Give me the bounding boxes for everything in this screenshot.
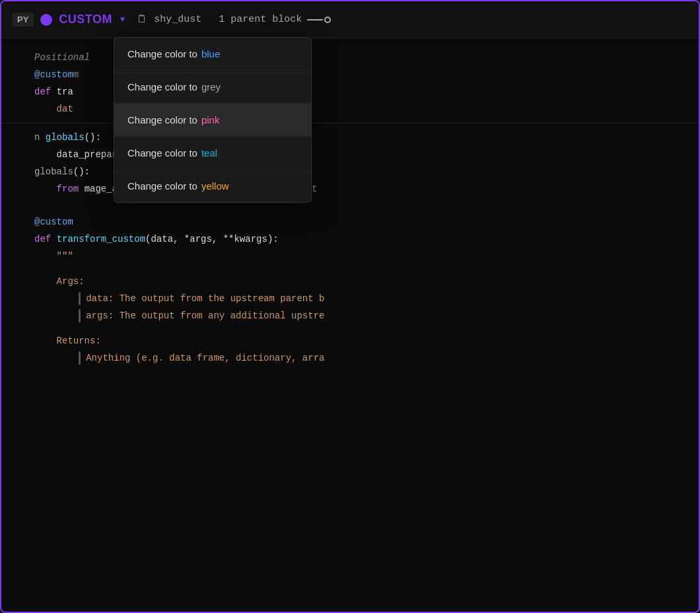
block-name: shy_dust xyxy=(154,14,201,25)
header-bar: PY CUSTOM ▼ 🗒 shy_dust 1 parent block xyxy=(1,1,699,38)
dropdown-arrow-icon[interactable]: ▼ xyxy=(120,15,125,24)
change-color-blue-label: Change color to xyxy=(127,48,197,59)
def-main-content: def transform_custom(data, *args, **kwar… xyxy=(34,231,699,247)
change-color-pink[interactable]: Change color to pink xyxy=(114,104,311,137)
section-divider-1 xyxy=(1,123,699,124)
spacer-3 xyxy=(1,324,699,332)
spacer-2 xyxy=(1,265,699,273)
returns-desc-content: Anything (e.g. data frame, dictionary, a… xyxy=(34,350,699,366)
code-line-globals-1: n globals(): xyxy=(1,129,699,146)
block-color-dot[interactable] xyxy=(40,14,52,26)
code-line-from-import: from mage_ai.data_preparation.decorators… xyxy=(1,180,699,198)
docstring-open-content: """ xyxy=(34,248,699,264)
code-line-args-arg: args: The output from any additional ups… xyxy=(1,307,699,324)
code-area: Positional ction: @customm def tra dat n… xyxy=(1,38,699,377)
args-label-content: Args: xyxy=(34,273,699,289)
change-color-teal-label: Change color to xyxy=(127,147,197,159)
parent-arrow-icon xyxy=(307,17,331,23)
color-dropdown-menu: Change color to blue Change color to gre… xyxy=(114,37,312,203)
code-line-positional: Positional ction: xyxy=(1,49,699,66)
code-line-args-label: Args: xyxy=(1,273,699,290)
teal-color-word: teal xyxy=(201,147,217,159)
code-line-data-arg: data: The output from the upstream paren… xyxy=(1,290,699,307)
change-color-pink-label: Change color to xyxy=(127,114,197,126)
code-line-def-main: def transform_custom(data, *args, **kwar… xyxy=(1,231,699,248)
code-line-decorator-1: @customm xyxy=(1,66,699,83)
code-line-import-1: data_preparation.decorators import xyxy=(1,146,699,163)
change-color-yellow[interactable]: Change color to yellow xyxy=(114,170,311,202)
parent-info: 1 parent block xyxy=(219,14,331,25)
code-line-returns-label: Returns: xyxy=(1,332,699,349)
lang-badge: PY xyxy=(12,13,34,26)
code-line-returns-desc: Anything (e.g. data frame, dictionary, a… xyxy=(1,349,699,367)
code-line-decorator-main: @custom xyxy=(1,213,699,231)
change-color-grey[interactable]: Change color to grey xyxy=(114,71,311,104)
editor-container: PY CUSTOM ▼ 🗒 shy_dust 1 parent block Ch… xyxy=(0,0,700,613)
change-color-blue[interactable]: Change color to blue xyxy=(114,38,311,71)
change-color-yellow-label: Change color to xyxy=(127,180,197,192)
decorator-main-content: @custom xyxy=(34,214,699,230)
grey-color-word: grey xyxy=(201,81,221,92)
yellow-color-word: yellow xyxy=(201,180,229,192)
blue-color-word: blue xyxy=(201,48,220,59)
parent-count-label: 1 parent block xyxy=(219,14,302,25)
change-color-teal[interactable]: Change color to teal xyxy=(114,137,311,170)
block-type-label[interactable]: CUSTOM xyxy=(59,13,112,26)
file-icon: 🗒 xyxy=(137,13,147,26)
data-arg-content: data: The output from the upstream paren… xyxy=(34,291,699,306)
code-line-globals-2: globals(): xyxy=(1,163,699,180)
code-line-data-1: dat xyxy=(1,100,699,118)
returns-label-content: Returns: xyxy=(34,333,699,349)
pink-color-word: pink xyxy=(201,114,220,126)
code-line-def-1: def tra xyxy=(1,83,699,100)
spacer-1 xyxy=(1,198,699,213)
args-arg-content: args: The output from any additional ups… xyxy=(34,308,699,324)
change-color-grey-label: Change color to xyxy=(127,81,197,92)
code-line-docstring-open: """ xyxy=(1,248,699,265)
